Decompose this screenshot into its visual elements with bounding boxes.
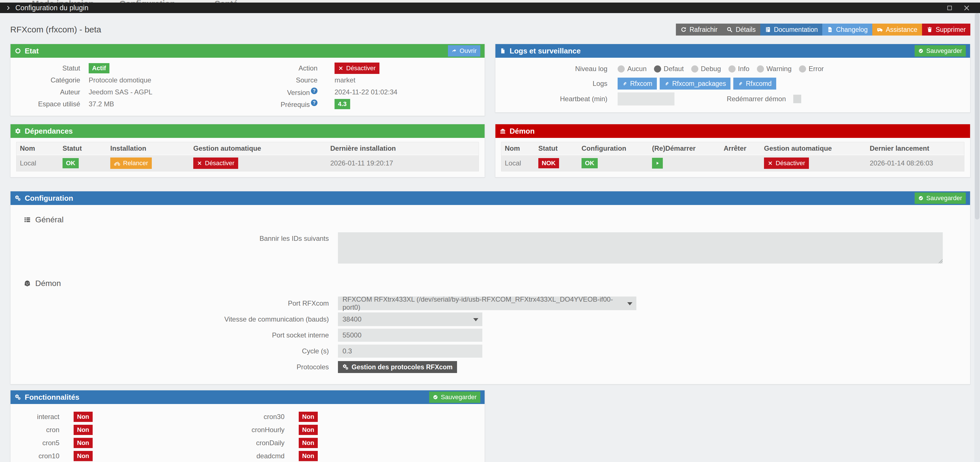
x-icon xyxy=(338,66,343,71)
status-badge: Non xyxy=(73,438,93,448)
scrollbar-thumb[interactable] xyxy=(975,13,980,220)
col-gestion: Gestion automatique xyxy=(190,145,327,152)
circle-icon xyxy=(15,48,21,54)
list-icon xyxy=(24,216,31,223)
dropdown-arrow-icon xyxy=(473,318,478,321)
trash-icon xyxy=(927,26,933,33)
maximize-button[interactable] xyxy=(947,5,953,11)
list-item: cronNon xyxy=(11,423,243,437)
paperclip-icon xyxy=(622,81,627,86)
radio-debug[interactable]: Debug xyxy=(691,65,721,73)
log-rfxcom-packages-button[interactable]: Rfxcom_packages xyxy=(660,78,730,89)
bank-icon xyxy=(500,128,506,134)
bannir-label: Bannir les IDs suivants xyxy=(11,234,338,242)
list-item: cron5Non xyxy=(11,437,243,449)
demon-section-title: Démon xyxy=(11,279,970,288)
radio-dot[interactable] xyxy=(691,65,698,73)
check-circle-icon xyxy=(918,196,923,201)
logs-label: Logs xyxy=(495,80,617,88)
file-code-icon xyxy=(827,26,833,33)
logs-panel: Logs et surveillance Sauvegarder Niveau … xyxy=(495,44,970,113)
radio-dot[interactable] xyxy=(729,65,735,73)
changelog-button[interactable]: Changelog xyxy=(822,24,872,35)
delete-button[interactable]: Supprimer xyxy=(922,24,970,35)
help-icon[interactable]: ? xyxy=(311,88,318,94)
log-rfxcom-button[interactable]: Rfxcom xyxy=(617,78,657,89)
assistance-button[interactable]: Assistance xyxy=(872,24,922,35)
heartbeat-input[interactable] xyxy=(617,92,675,105)
radio-dot[interactable] xyxy=(799,65,806,73)
radio-dot[interactable] xyxy=(617,65,625,73)
help-icon[interactable]: ? xyxy=(311,99,318,106)
statut-badge: Actif xyxy=(89,63,110,73)
list-item: cron30Non xyxy=(243,410,477,423)
check-circle-icon xyxy=(918,48,923,53)
statut-label: Statut xyxy=(11,64,89,72)
table-row: Local OK Relancer Désactiver 2026-01-11 … xyxy=(16,155,479,171)
log-rfxcomd-button[interactable]: Rfxcomd xyxy=(733,78,776,89)
relaunch-dependencies-button[interactable]: Relancer xyxy=(110,158,152,169)
status-badge: Non xyxy=(299,412,318,422)
configuration-panel: Configuration Sauvegarder Général Bannir… xyxy=(10,191,970,384)
save-features-button[interactable]: Sauvegarder xyxy=(429,392,480,403)
search-icon xyxy=(727,26,733,33)
manage-protocols-button[interactable]: Gestion des protocoles RFXcom xyxy=(338,361,457,373)
radio-dot-selected[interactable] xyxy=(654,65,661,73)
categorie-value: Protocole domotique xyxy=(89,76,151,84)
start-daemon-button[interactable] xyxy=(652,158,663,169)
status-badge: Non xyxy=(73,412,93,422)
etat-panel: Etat Ouvrir Statut Actif Catégorie Proto… xyxy=(10,44,485,116)
radio-error[interactable]: Error xyxy=(799,65,824,73)
paperclip-icon xyxy=(738,81,743,86)
chevron-right-icon xyxy=(6,5,11,11)
gears-icon xyxy=(342,364,349,370)
check-circle-icon xyxy=(433,395,438,400)
modal-titlebar: Configuration du plugin xyxy=(0,3,980,13)
page-title: RFXcom (rfxcom) - beta xyxy=(10,25,101,34)
features-panel: Fonctionnalités Sauvegarder interactNon … xyxy=(10,390,485,462)
prerequis-badge: 4.3 xyxy=(334,99,350,109)
col-redemarrer: (Re)Démarrer xyxy=(649,145,720,152)
vader-mask-icon xyxy=(24,280,31,287)
disable-plugin-button[interactable]: Désactiver xyxy=(334,62,379,74)
vitesse-label: Vitesse de communication (bauds) xyxy=(11,315,338,323)
disable-auto-dependencies-button[interactable]: Désactiver xyxy=(193,158,238,169)
restart-daemon-checkbox[interactable] xyxy=(793,95,801,103)
socket-port-input[interactable] xyxy=(338,329,482,342)
radio-aucun[interactable]: Aucun xyxy=(617,65,647,73)
details-button[interactable]: Détails xyxy=(722,24,760,35)
action-label: Action xyxy=(248,64,326,72)
status-badge: Non xyxy=(299,438,318,448)
radio-warning[interactable]: Warning xyxy=(757,65,792,73)
gears-icon xyxy=(15,195,21,201)
etat-panel-header: Etat Ouvrir xyxy=(11,44,485,58)
col-nom: Nom xyxy=(501,145,535,152)
cycle-input[interactable] xyxy=(338,344,482,358)
refresh-button[interactable]: Rafraichir xyxy=(676,24,722,35)
socket-port-label: Port socket interne xyxy=(11,331,338,339)
dep-nom: Local xyxy=(16,159,59,167)
save-configuration-button[interactable]: Sauvegarder xyxy=(915,193,966,204)
col-configuration: Configuration xyxy=(578,145,649,152)
radio-dot[interactable] xyxy=(757,65,764,73)
radio-info[interactable]: Info xyxy=(729,65,749,73)
page-scrollbar[interactable] xyxy=(974,13,980,462)
close-button[interactable] xyxy=(963,4,970,12)
open-button[interactable]: Ouvrir xyxy=(448,45,480,57)
disable-auto-daemon-button[interactable]: Désactiver xyxy=(764,158,809,169)
log-level-radios: Aucun Defaut Debug Info Warning Error xyxy=(617,65,824,73)
port-rfxcom-label: Port RFXcom xyxy=(11,300,338,307)
baudrate-select[interactable]: 38400 xyxy=(338,312,482,326)
port-rfxcom-select[interactable]: RFXCOM RFXtrx433XL (/dev/serial/by-id/us… xyxy=(338,296,636,310)
save-logs-button[interactable]: Sauvegarder xyxy=(915,45,966,57)
resize-grip[interactable] xyxy=(939,259,942,263)
radio-defaut[interactable]: Defaut xyxy=(654,65,684,73)
modal-title: Configuration du plugin xyxy=(15,4,88,12)
dep-status-badge: OK xyxy=(62,158,79,168)
demon-table: Nom Statut Configuration (Re)Démarrer Ar… xyxy=(501,142,964,171)
documentation-button[interactable]: Documentation xyxy=(760,24,822,35)
bannir-textarea[interactable] xyxy=(338,232,943,264)
general-section-title: Général xyxy=(11,215,970,224)
dependances-panel-header: Dépendances xyxy=(11,124,485,138)
categorie-label: Catégorie xyxy=(11,76,89,84)
